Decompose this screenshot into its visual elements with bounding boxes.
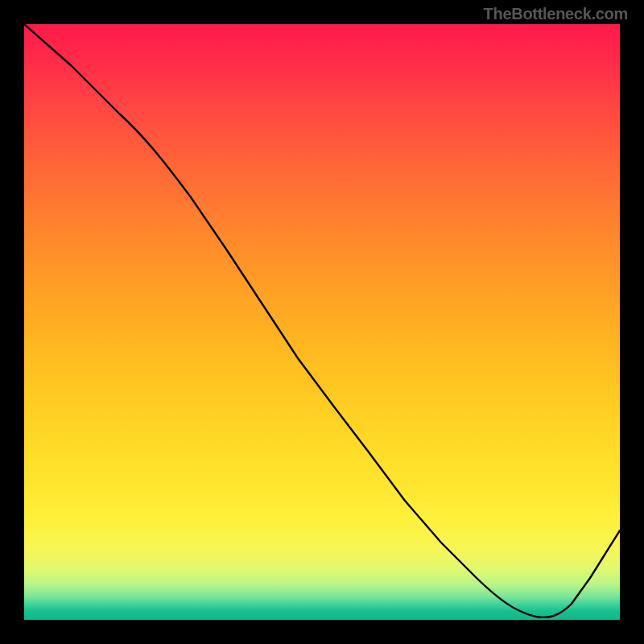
- chart-curve-svg: [24, 24, 620, 620]
- plot-area: [24, 24, 620, 620]
- bottleneck-curve-path: [24, 24, 620, 617]
- watermark-text: TheBottleneck.com: [484, 5, 628, 23]
